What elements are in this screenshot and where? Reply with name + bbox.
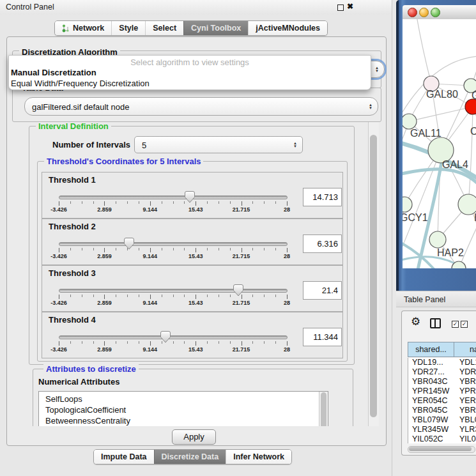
dropdown-option-equal-width[interactable]: Equal Width/Frequency Discretization (11, 79, 150, 88)
table-row[interactable]: YLR345WYLR3 (408, 425, 476, 434)
node-label: GCY1 (403, 212, 428, 223)
column-header-shared[interactable]: shared... (408, 342, 454, 357)
tab-style[interactable]: Style (111, 21, 145, 35)
slider-thumb[interactable] (160, 331, 171, 343)
cell-shared-name: YBR045C (408, 406, 454, 415)
table-row[interactable]: YDL19...YDL1 (408, 358, 476, 367)
screen: Control Panel ✖ Network Style Select Cyn… (0, 0, 476, 476)
tab-select[interactable]: Select (145, 21, 183, 35)
column-layout-icon[interactable] (430, 318, 441, 328)
combo-stepper-icon: ▲▼ (293, 142, 297, 148)
number-of-intervals-label: Number of Intervals (52, 140, 130, 150)
gear-icon[interactable]: ⚙ (411, 315, 420, 328)
attributes-group: Attributes to discretize Numerical Attri… (33, 369, 353, 426)
tab-infer-network-label: Infer Network (233, 452, 284, 461)
network-edge[interactable] (409, 107, 473, 121)
tab-network-label: Network (73, 24, 104, 33)
interval-definition-group: Interval Definition Number of Intervals … (29, 126, 355, 365)
tab-jactivemnodules-label: jActiveMNodules (256, 24, 320, 33)
combo-stepper-icon: ▲▼ (375, 66, 379, 73)
cell-shared-name: YBL079W (408, 415, 454, 425)
tab-cyni-toolbox-label: Cyni Toolbox (191, 24, 241, 33)
cell-name: YBL0 (454, 415, 476, 425)
tab-style-label: Style (119, 24, 138, 33)
threshold-coordinates-title: Threshold's Coordinates for 5 Intervals (44, 157, 203, 166)
attributes-title: Attributes to discretize (43, 364, 139, 374)
threshold-value-field[interactable]: 11.344 (303, 328, 342, 346)
tab-jactivemnodules[interactable]: jActiveMNodules (248, 21, 327, 35)
slider-thumb[interactable] (233, 284, 243, 296)
number-of-intervals-value: 5 (142, 140, 146, 150)
table-header-row: shared... na (408, 342, 476, 357)
threshold-value-field[interactable]: 21.4 (303, 281, 342, 300)
slider-ticks (59, 201, 287, 206)
attributes-list-scrollbar[interactable] (319, 392, 328, 426)
table-data-value: galFiltered.sif default node (32, 102, 129, 111)
table-row[interactable]: YIL052CYIL0 (408, 434, 476, 443)
table-row[interactable]: YBR043CYBR0 (408, 377, 476, 387)
table-row[interactable]: YBR045CYBR0 (408, 406, 476, 415)
tab-cyni-toolbox[interactable]: Cyni Toolbox (183, 21, 248, 35)
table-data-group: Table Data galFiltered.sif default node … (12, 88, 381, 122)
node-label: HAP2 (437, 247, 464, 258)
numerical-attributes-list: SelfLoops TopologicalCoefficient Between… (38, 391, 328, 426)
table-row[interactable]: YDR27...YDR2 (408, 367, 476, 377)
list-item-betweennesscentrality[interactable]: BetweennessCentrality (39, 415, 328, 426)
slider-track[interactable] (59, 242, 288, 246)
network-node[interactable] (465, 99, 476, 114)
threshold-label: Threshold 3 (49, 268, 96, 278)
table-row[interactable]: YPR145WYPR1 (408, 387, 476, 396)
network-icon (62, 24, 70, 33)
settings-vertical-scrollbar[interactable] (368, 122, 379, 426)
list-item-selfloops[interactable]: SelfLoops (39, 392, 328, 404)
tab-infer-network[interactable]: Infer Network (226, 450, 291, 464)
tab-network[interactable]: Network (55, 21, 111, 35)
slider-track[interactable] (59, 335, 288, 339)
network-node[interactable] (403, 197, 412, 212)
minimize-traffic-light[interactable] (419, 8, 429, 17)
threshold-label: Threshold 4 (49, 315, 96, 325)
apply-button[interactable]: Apply (172, 429, 216, 445)
threshold-panel: Threshold 3-3.4262.8599.14415.4321.71528… (42, 265, 343, 312)
number-of-intervals-combobox[interactable]: 5 ▲▼ (134, 136, 303, 153)
close-icon[interactable]: ✖ (347, 2, 353, 11)
slider-tick-labels: -3.4262.8599.14415.4321.71528 (59, 206, 287, 213)
network-node[interactable] (458, 194, 476, 215)
float-window-icon[interactable] (337, 4, 344, 11)
threshold-value-field[interactable]: 6.316 (303, 234, 342, 253)
network-node[interactable] (403, 114, 417, 129)
slider-thumb[interactable] (185, 191, 195, 203)
network-canvas[interactable]: GAL80GACGAL11GAL4GCY1HHAP2 (403, 19, 476, 268)
close-traffic-light[interactable] (408, 8, 417, 17)
threshold-label: Threshold 1 (49, 175, 96, 185)
tab-impute-data[interactable]: Impute Data (94, 450, 154, 464)
checkbox-icon[interactable]: ✓ (461, 321, 468, 328)
slider-thumb[interactable] (124, 238, 134, 250)
table-row[interactable]: YER054CYER0 (408, 396, 476, 406)
table-data-combobox[interactable]: galFiltered.sif default node ▲▼ (24, 97, 378, 116)
tab-discretize-data[interactable]: Discretize Data (154, 450, 226, 464)
column-header-name[interactable]: na (454, 342, 476, 357)
network-window-titlebar[interactable] (403, 5, 476, 20)
network-edge[interactable] (468, 107, 473, 204)
table-panel: ⚙ ✓ ✓ shared... na YDL19...YDL1YDR27...Y… (401, 311, 476, 456)
slider-track[interactable] (59, 289, 288, 293)
scrollbar-thumb[interactable] (409, 447, 472, 451)
network-edge[interactable] (417, 19, 431, 84)
scrollbar-thumb[interactable] (370, 135, 377, 417)
zoom-traffic-light[interactable] (431, 8, 440, 17)
list-item-topologicalcoefficient[interactable]: TopologicalCoefficient (39, 404, 328, 415)
threshold-value-field[interactable]: 14.713 (303, 188, 342, 206)
control-panel-window: Control Panel ✖ Network Style Select Cyn… (0, 0, 392, 476)
cell-name: YBR0 (454, 377, 476, 387)
bottom-tab-bar: Impute Data Discretize Data Infer Networ… (93, 449, 292, 464)
slider-tick-labels: -3.4262.8599.14415.4321.71528 (59, 346, 287, 353)
table-horizontal-scrollbar[interactable] (408, 446, 475, 453)
table-row[interactable]: YBL079WYBL0 (408, 415, 476, 425)
node-label: C (470, 126, 476, 137)
slider-track[interactable] (59, 196, 288, 199)
slider-ticks (59, 341, 287, 346)
dropdown-option-manual[interactable]: Manual Discretization (11, 68, 96, 77)
checkbox-icon[interactable]: ✓ (452, 321, 459, 328)
network-node[interactable] (429, 231, 446, 248)
